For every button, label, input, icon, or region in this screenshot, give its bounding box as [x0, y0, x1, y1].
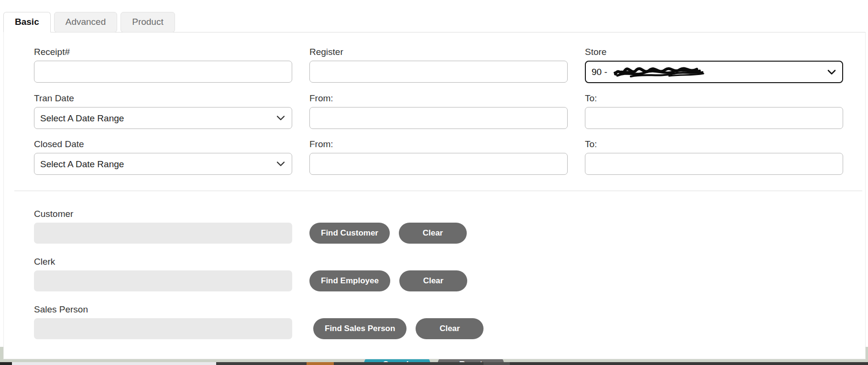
- store-field-group: Store 90 -: [585, 47, 843, 83]
- customer-buttons: Find Customer Clear: [309, 223, 467, 244]
- closed-date-from-group: From:: [309, 139, 568, 175]
- filter-row-closed-date: Closed Date Select A Date Range From: To…: [34, 139, 843, 175]
- register-input[interactable]: [309, 61, 568, 83]
- bottom-bar-segment: [12, 362, 216, 365]
- closed-date-label: Closed Date: [34, 139, 292, 150]
- filter-row-tran-date: Tran Date Select A Date Range From: To:: [34, 93, 843, 129]
- bottom-bar-segment: [483, 362, 510, 365]
- clear-sales-person-button[interactable]: Clear: [416, 318, 483, 339]
- bottom-bar-segment: [334, 362, 483, 365]
- bottom-bar-segment: [510, 362, 868, 365]
- tran-date-to-input[interactable]: [585, 107, 843, 129]
- customer-input: [34, 223, 292, 244]
- customer-row: Customer Find Customer Clear: [34, 209, 843, 244]
- tab-product[interactable]: Product: [121, 12, 175, 32]
- bottom-bar-segment: [0, 362, 12, 365]
- find-employee-button[interactable]: Find Employee: [309, 270, 390, 291]
- bottom-edge-bar: [0, 362, 868, 365]
- clerk-row: Clerk Find Employee Clear: [34, 257, 843, 291]
- store-label: Store: [585, 47, 843, 57]
- tab-basic[interactable]: Basic: [3, 12, 51, 32]
- tran-date-from-input[interactable]: [309, 107, 568, 129]
- closed-date-to-input[interactable]: [585, 153, 843, 175]
- tran-date-from-label: From:: [309, 93, 568, 104]
- bottom-bar-segment: [216, 362, 307, 365]
- closed-date-from-label: From:: [309, 139, 568, 150]
- tran-date-field-group: Tran Date Select A Date Range: [34, 93, 292, 129]
- sales-person-field-group: Sales Person: [34, 304, 292, 339]
- find-customer-button[interactable]: Find Customer: [309, 223, 390, 244]
- clerk-label: Clerk: [34, 257, 292, 267]
- sales-person-label: Sales Person: [34, 304, 292, 315]
- customer-label: Customer: [34, 209, 292, 219]
- receipt-input[interactable]: [34, 61, 292, 83]
- tran-date-from-group: From:: [309, 93, 568, 129]
- closed-date-to-label: To:: [585, 139, 843, 150]
- closed-date-field-group: Closed Date Select A Date Range: [34, 139, 292, 175]
- closed-date-to-group: To:: [585, 139, 843, 175]
- clerk-input: [34, 270, 292, 291]
- sales-person-row: Sales Person Find Sales Person Clear: [34, 304, 843, 339]
- closed-date-from-input[interactable]: [309, 153, 568, 175]
- sales-person-buttons: Find Sales Person Clear: [313, 318, 483, 339]
- customer-field-group: Customer: [34, 209, 292, 244]
- find-sales-person-button[interactable]: Find Sales Person: [313, 318, 407, 339]
- register-field-group: Register: [309, 47, 568, 83]
- closed-date-range-select[interactable]: Select A Date Range: [34, 153, 292, 175]
- receipt-label: Receipt#: [34, 47, 292, 57]
- filter-row-identifiers: Receipt# Register Store 90 -: [34, 47, 843, 83]
- tran-date-to-group: To:: [585, 93, 843, 129]
- tab-advanced[interactable]: Advanced: [54, 12, 118, 32]
- section-divider: [14, 191, 862, 191]
- tran-date-label: Tran Date: [34, 93, 292, 104]
- tab-bar: Basic Advanced Product: [3, 12, 868, 32]
- clerk-buttons: Find Employee Clear: [309, 270, 467, 291]
- search-filter-panel: Receipt# Register Store 90 -: [3, 32, 866, 359]
- tran-date-range-select[interactable]: Select A Date Range: [34, 107, 292, 129]
- sales-person-input: [34, 318, 292, 339]
- store-select[interactable]: 90 -: [585, 61, 843, 83]
- receipt-field-group: Receipt#: [34, 47, 292, 83]
- bottom-bar-segment: [307, 362, 334, 365]
- clerk-field-group: Clerk: [34, 257, 292, 291]
- clear-customer-button[interactable]: Clear: [399, 223, 467, 244]
- tran-date-to-label: To:: [585, 93, 843, 104]
- register-label: Register: [309, 47, 568, 57]
- clear-clerk-button[interactable]: Clear: [399, 270, 467, 291]
